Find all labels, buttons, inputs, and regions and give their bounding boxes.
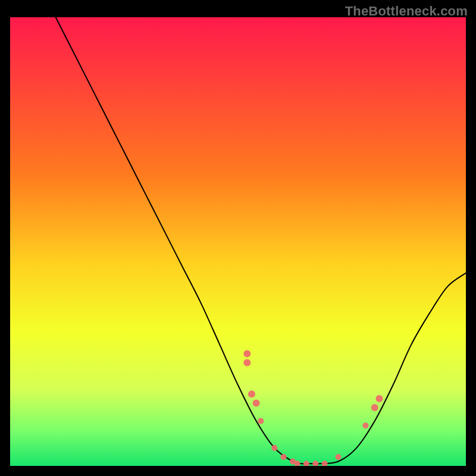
data-marker: [336, 454, 342, 460]
plot-overlay: [10, 17, 466, 466]
watermark-text: TheBottleneck.com: [345, 4, 468, 19]
data-marker: [362, 422, 368, 428]
curve-layer: [56, 17, 466, 464]
data-marker: [303, 461, 309, 466]
data-marker: [258, 418, 264, 424]
data-marker: [243, 359, 250, 367]
chart-stage: TheBottleneck.com: [0, 0, 476, 476]
data-marker: [253, 399, 260, 406]
data-marker: [281, 454, 287, 460]
data-marker: [375, 395, 383, 402]
marker-layer: [243, 350, 383, 466]
data-marker: [248, 390, 255, 397]
data-marker: [322, 461, 328, 466]
bottleneck-curve: [56, 17, 466, 464]
data-marker: [243, 350, 250, 358]
data-marker: [312, 461, 318, 466]
data-marker: [271, 445, 277, 451]
data-marker: [371, 404, 378, 411]
